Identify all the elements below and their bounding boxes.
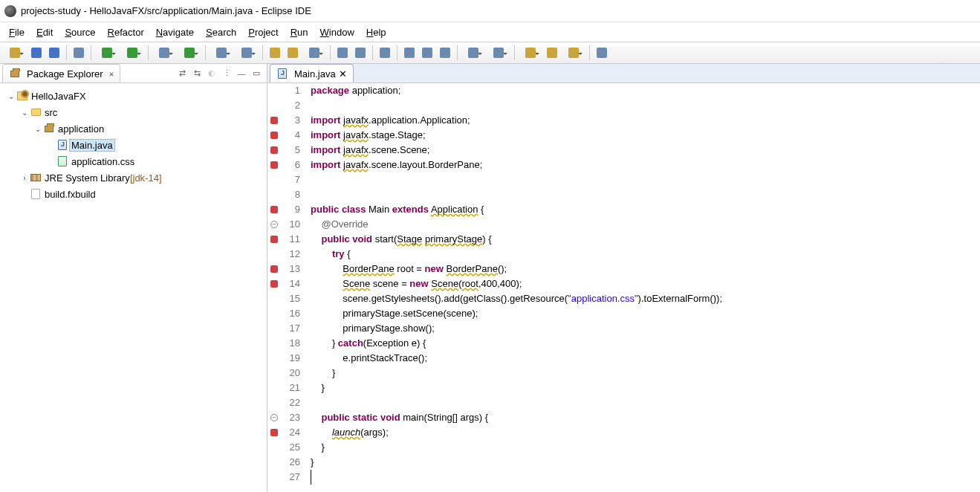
collapse-all-icon[interactable]: ⇄: [176, 68, 188, 80]
code-line[interactable]: BorderPane root = new BorderPane();: [311, 262, 980, 276]
gutter-error[interactable]: [267, 202, 281, 217]
package-button[interactable]: [210, 45, 233, 61]
menu-window[interactable]: Window: [314, 25, 360, 40]
menu-refactor[interactable]: Refactor: [102, 25, 150, 40]
fold-icon[interactable]: −: [270, 221, 278, 228]
prev-ann-button[interactable]: [487, 45, 510, 61]
menu-navigate[interactable]: Navigate: [150, 25, 200, 40]
paragraph-button[interactable]: [437, 45, 453, 61]
toggle-break-button[interactable]: [352, 45, 369, 61]
code-line[interactable]: @Override: [311, 217, 980, 232]
twisty-icon[interactable]: ⌄: [6, 92, 16, 100]
annotate-button[interactable]: [377, 45, 393, 61]
minimize-view-icon[interactable]: —: [236, 68, 247, 80]
maximize-view-icon[interactable]: ▭: [250, 68, 262, 80]
editor-tab-main-java[interactable]: Main.java ✕: [270, 64, 354, 82]
open-task-button[interactable]: [285, 45, 301, 61]
package-explorer-tab[interactable]: Package Explorer ✕: [2, 64, 120, 82]
gutter-blank[interactable]: [267, 470, 281, 485]
pin-button[interactable]: [594, 45, 610, 61]
tree-item-src[interactable]: ⌄src: [3, 104, 264, 120]
menu-help[interactable]: Help: [360, 25, 392, 40]
gutter-blank[interactable]: [267, 351, 281, 366]
back-button[interactable]: [519, 45, 542, 61]
code-editor[interactable]: −− 1234567891011121314151617181920212223…: [267, 83, 980, 492]
gutter-error[interactable]: [267, 232, 281, 247]
tree-item-build-fxbuild[interactable]: ›build.fxbuild: [3, 186, 264, 202]
package-tree[interactable]: ⌄HelloJavaFX⌄src⌄application›Main.java›a…: [0, 83, 267, 492]
gutter-blank[interactable]: [267, 336, 281, 351]
code-line[interactable]: [311, 470, 980, 485]
gutter-fold[interactable]: −: [267, 217, 281, 232]
gutter-error[interactable]: [267, 128, 281, 143]
update-button[interactable]: [235, 45, 259, 61]
code-line[interactable]: e.printStackTrace();: [311, 351, 980, 366]
menu-project[interactable]: Project: [242, 25, 284, 40]
coverage-button[interactable]: [152, 45, 176, 61]
gutter-blank[interactable]: [267, 247, 281, 262]
code-line[interactable]: Scene scene = new Scene(root,400,400);: [311, 276, 980, 291]
whitespace-button[interactable]: [401, 45, 418, 61]
gutter-error[interactable]: [267, 262, 281, 276]
code-line[interactable]: scene.getStylesheets().add(getClass().ge…: [311, 291, 980, 306]
twisty-icon[interactable]: ⌄: [33, 125, 43, 133]
gutter-error[interactable]: [267, 113, 281, 128]
gutter-error[interactable]: [267, 276, 281, 291]
menu-search[interactable]: Search: [200, 25, 242, 40]
gutter-blank[interactable]: [267, 366, 281, 381]
gutter-fold[interactable]: −: [267, 410, 281, 425]
fold-icon[interactable]: −: [270, 414, 278, 421]
code-line[interactable]: }: [311, 455, 980, 470]
menu-source[interactable]: Source: [59, 25, 101, 40]
code-line[interactable]: import javafx.stage.Stage;: [311, 128, 980, 143]
code-line[interactable]: package application;: [311, 83, 980, 98]
focus-task-icon[interactable]: ◐: [206, 68, 218, 80]
menu-run[interactable]: Run: [285, 25, 314, 40]
code-line[interactable]: }: [311, 381, 980, 395]
code-line[interactable]: [311, 395, 980, 410]
gutter-blank[interactable]: [267, 395, 281, 410]
debug-button[interactable]: [95, 45, 119, 61]
run-button[interactable]: [120, 45, 144, 61]
gutter-blank[interactable]: [267, 187, 281, 202]
code-line[interactable]: public static void main(String[] args) {: [311, 410, 980, 425]
save-all-button[interactable]: [46, 45, 62, 61]
code-line[interactable]: public class Main extends Application {: [311, 202, 980, 217]
ext-run-button[interactable]: [178, 45, 201, 61]
gutter-error[interactable]: [267, 158, 281, 172]
gutter-blank[interactable]: [267, 291, 281, 306]
block-sel-button[interactable]: [419, 45, 435, 61]
gutter-blank[interactable]: [267, 321, 281, 336]
code-line[interactable]: import javafx.application.Application;: [311, 113, 980, 128]
toggle-mark-button[interactable]: [334, 45, 351, 61]
code-line[interactable]: primaryStage.show();: [311, 321, 980, 336]
twisty-icon[interactable]: ⌄: [19, 109, 30, 117]
link-editor-icon[interactable]: ⇆: [191, 68, 203, 80]
code-line[interactable]: primaryStage.setScene(scene);: [311, 306, 980, 321]
tree-item-main-java[interactable]: ›Main.java: [3, 137, 264, 153]
save-button[interactable]: [28, 45, 45, 61]
open-type-button[interactable]: [267, 45, 283, 61]
fwd-all-button[interactable]: [562, 45, 585, 61]
code-line[interactable]: try {: [311, 247, 980, 262]
code-line[interactable]: import javafx.scene.Scene;: [311, 143, 980, 158]
tree-item-application-css[interactable]: ›application.css: [3, 153, 264, 169]
code-line[interactable]: import javafx.scene.layout.BorderPane;: [311, 158, 980, 172]
tree-item-hellojavafx[interactable]: ⌄HelloJavaFX: [3, 88, 264, 104]
tree-item-jre-system-library[interactable]: ›JRE System Library [jdk-14]: [3, 169, 264, 186]
menu-file[interactable]: File: [3, 25, 30, 40]
code-line[interactable]: }: [311, 366, 980, 381]
next-ann-button[interactable]: [461, 45, 485, 61]
gutter-blank[interactable]: [267, 381, 281, 395]
code-line[interactable]: launch(args);: [311, 425, 980, 440]
gutter-blank[interactable]: [267, 83, 281, 98]
gutter-error[interactable]: [267, 425, 281, 440]
gutter-blank[interactable]: [267, 172, 281, 187]
gutter-blank[interactable]: [267, 306, 281, 321]
code-line[interactable]: [311, 187, 980, 202]
search-button[interactable]: [302, 45, 326, 61]
gutter-blank[interactable]: [267, 98, 281, 113]
view-menu-icon[interactable]: ⋮: [221, 68, 233, 80]
marker-gutter[interactable]: −−: [267, 83, 281, 492]
code-line[interactable]: [311, 172, 980, 187]
